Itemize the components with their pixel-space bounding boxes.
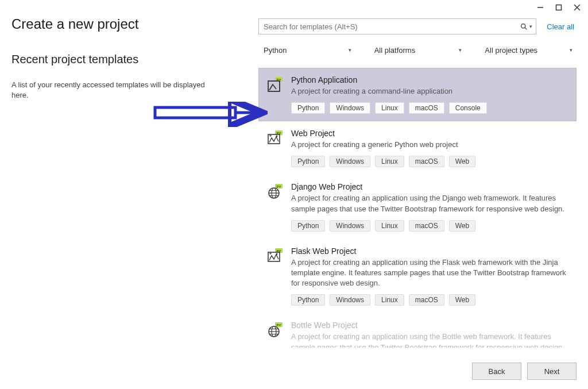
filter-platform-value: All platforms [374, 46, 416, 55]
svg-point-4 [521, 24, 525, 28]
template-item[interactable]: PYPython ApplicationA project for creati… [258, 68, 577, 121]
search-box[interactable]: ▾ [258, 18, 536, 34]
chevron-down-icon: ▾ [459, 47, 462, 53]
recent-templates-title: Recent project templates [11, 53, 247, 66]
maximize-button[interactable] [555, 3, 563, 11]
template-description: A project for creating an application us… [291, 193, 569, 214]
template-tag: Windows [330, 102, 370, 114]
search-dropdown-caret[interactable]: ▾ [529, 24, 532, 29]
recent-templates-hint: A list of your recently accessed templat… [11, 80, 207, 101]
clear-all-link[interactable]: Clear all [547, 22, 577, 31]
template-tag: Console [449, 102, 487, 114]
template-tags: PythonWindowsLinuxmacOSWeb [291, 220, 569, 232]
template-tag: Windows [330, 156, 370, 167]
back-button[interactable]: Back [472, 363, 521, 380]
svg-text:PY: PY [276, 323, 281, 327]
filter-platform[interactable]: All platforms ▾ [369, 43, 466, 57]
template-tag: Python [291, 220, 325, 232]
template-tag: Python [291, 156, 325, 167]
template-tag: Web [449, 156, 475, 167]
chevron-down-icon: ▾ [570, 47, 572, 53]
filter-language-value: Python [264, 46, 287, 55]
template-tag: Linux [375, 220, 404, 232]
filter-language[interactable]: Python ▾ [258, 43, 355, 57]
template-tags: PythonWindowsLinuxmacOSWeb [291, 156, 569, 167]
template-tag: Web [449, 220, 475, 232]
python-app-icon: PY [267, 76, 283, 93]
template-tag: Windows [330, 294, 370, 306]
chevron-down-icon: ▾ [349, 47, 351, 53]
close-button[interactable] [573, 3, 581, 11]
template-tag: macOS [409, 156, 444, 167]
template-tag: Python [291, 294, 325, 306]
template-title: Django Web Project [291, 182, 569, 191]
template-tag: Linux [375, 294, 404, 306]
template-tag: macOS [409, 294, 444, 306]
next-button[interactable]: Next [527, 363, 577, 380]
template-title: Python Application [291, 75, 569, 84]
template-title: Web Project [291, 129, 569, 138]
search-icon[interactable]: ▾ [520, 23, 532, 30]
globe-py-icon: PY [267, 183, 283, 199]
template-title: Flask Web Project [291, 247, 569, 256]
template-description: A project for creating an application us… [291, 332, 569, 348]
svg-text:PY: PY [276, 185, 281, 188]
template-tag: macOS [409, 102, 444, 114]
template-tag: Python [291, 102, 325, 114]
template-tags: PythonWindowsLinuxmacOSWeb [291, 294, 569, 306]
svg-line-5 [525, 28, 527, 29]
template-description: A project for creating an application us… [291, 257, 569, 289]
filter-project-type[interactable]: All project types ▾ [479, 43, 577, 57]
page-title: Create a new project [11, 16, 247, 32]
template-item[interactable]: PYDjango Web ProjectA project for creati… [258, 175, 577, 238]
template-title: Bottle Web Project [291, 321, 569, 330]
template-item[interactable]: PYWeb ProjectA project for creating a ge… [258, 121, 577, 175]
search-input[interactable] [264, 22, 520, 31]
svg-point-13 [276, 136, 278, 137]
filter-project-type-value: All project types [485, 46, 537, 55]
template-item[interactable]: PYBottle Web ProjectA project for creati… [258, 313, 577, 348]
template-item[interactable]: PYFlask Web ProjectA project for creatin… [258, 239, 577, 314]
template-tag: Web [449, 294, 475, 306]
web-py-icon: PY [267, 130, 283, 146]
web-py-icon: PY [267, 248, 283, 264]
svg-rect-1 [556, 5, 562, 10]
minimize-button[interactable] [536, 3, 544, 11]
template-list[interactable]: PYPython ApplicationA project for creati… [258, 68, 577, 348]
template-tag: Linux [375, 156, 404, 167]
template-description: A project for creating a generic Python … [291, 140, 569, 150]
template-tag: Windows [330, 220, 370, 232]
globe-py-icon: PY [267, 322, 283, 338]
template-tags: PythonWindowsLinuxmacOSConsole [291, 102, 569, 114]
template-description: A project for creating a command-line ap… [291, 86, 569, 97]
svg-point-26 [276, 253, 278, 255]
template-tag: macOS [409, 220, 444, 232]
template-tag: Linux [375, 102, 404, 114]
